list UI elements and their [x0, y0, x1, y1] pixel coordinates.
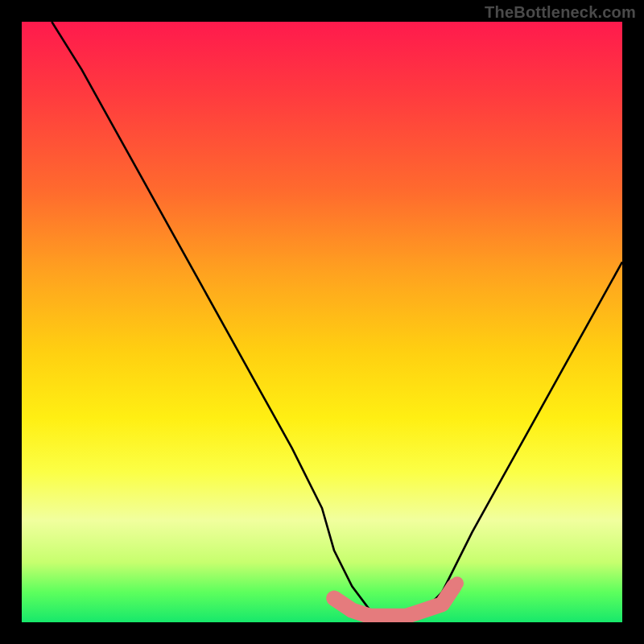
- curve-layer: [22, 22, 622, 622]
- watermark-text: TheBottleneck.com: [485, 3, 636, 22]
- bottleneck-curve: [52, 22, 622, 617]
- valley-marker: [334, 586, 454, 616]
- valley-end-dot: [451, 576, 464, 589]
- plot-area: [22, 22, 622, 622]
- chart-frame: TheBottleneck.com: [0, 0, 644, 644]
